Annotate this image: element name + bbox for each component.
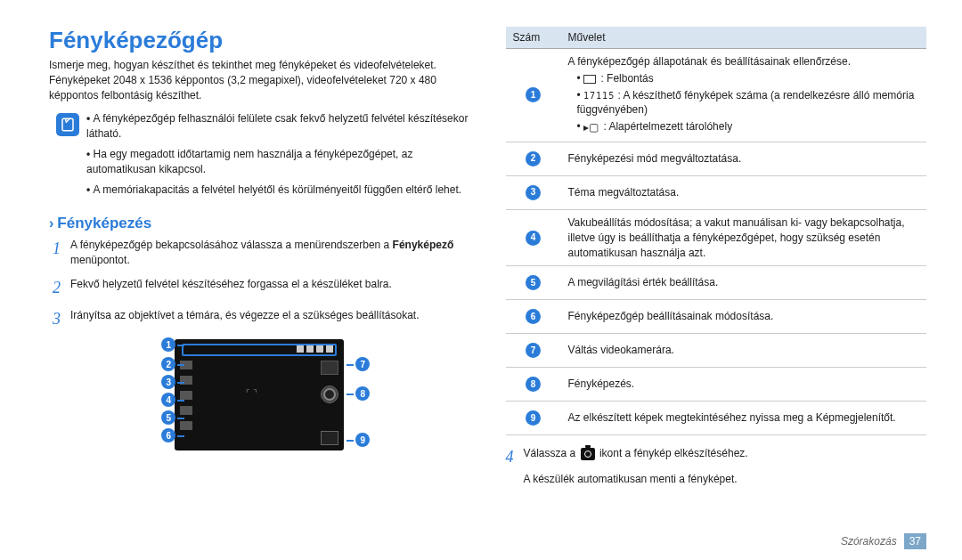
row-badge-8: 8 [526, 377, 541, 392]
op-1-count: 17115 : A készíthető fényképek száma (a … [577, 88, 920, 118]
th-number: Szám [506, 27, 561, 49]
chevron-icon: › [49, 215, 53, 231]
camera-screen: ⌜ ⌝ [175, 339, 344, 450]
th-operation: Művelet [561, 27, 927, 49]
focus-bracket-icon: ⌜ ⌝ [246, 388, 273, 404]
step-1: A fényképezőgép bekapcsolásához válassza… [53, 238, 470, 268]
op-1-resolution: : Felbontás [577, 71, 920, 86]
callout-2: 2 [161, 357, 175, 371]
op-3: Téma megváltoztatása. [561, 175, 927, 209]
row-badge-5: 5 [526, 275, 541, 290]
callout-5: 5 [161, 410, 175, 425]
photo-count: 17115 [583, 91, 615, 101]
callout-9: 9 [355, 433, 370, 447]
storage-icon: ▸▢ [583, 124, 599, 132]
footer: Szórakozás 37 [841, 533, 926, 549]
note-item: A memóriakapacitás a felvétel helyétől é… [86, 183, 470, 198]
step-2: Fekvő helyzetű felvétel készítéséhez for… [53, 277, 470, 299]
row-badge-6: 6 [526, 309, 541, 324]
row-badge-7: 7 [526, 343, 541, 358]
footer-section: Szórakozás [841, 535, 897, 548]
step-4-note: A készülék automatikusan menti a fénykép… [524, 473, 927, 485]
status-icons [297, 345, 333, 353]
op-7: Váltás videokamerára. [561, 334, 927, 368]
camera-icon [581, 448, 595, 460]
shutter-button-icon [321, 386, 338, 403]
video-switch-icon [321, 361, 338, 375]
row-badge-1: 1 [526, 87, 541, 102]
op-6: Fényképezőgép beállításainak módosítása. [561, 300, 927, 334]
section-heading: ›Fényképezés [49, 215, 470, 232]
row-badge-2: 2 [526, 151, 541, 166]
camera-diagram: ⌜ ⌝ 1 2 3 4 5 6 7 8 9 [135, 339, 384, 450]
callout-3: 3 [161, 375, 175, 389]
row-badge-9: 9 [526, 410, 541, 426]
op-1-storage: ▸▢ : Alapértelmezett tárolóhely [577, 119, 920, 134]
note-item: A fényképezőgép felhasználói felülete cs… [86, 111, 470, 142]
callout-7: 7 [355, 357, 370, 371]
op-4: Vakubeállítás módosítása; a vakut manuál… [561, 209, 927, 265]
op-9: Az elkészített képek megtekintéséhez nyi… [561, 402, 927, 435]
step-4: 4 Válassza a ikont a fénykép elkészítésé… [506, 446, 927, 468]
intro-text: Ismerje meg, hogyan készíthet és tekinth… [49, 58, 470, 102]
op-5: A megvilágítási érték beállítása. [561, 266, 927, 300]
thumbnail-icon [321, 431, 338, 445]
left-mode-icons [180, 361, 192, 430]
note-icon [56, 113, 79, 136]
op-1-main: A fényképezőgép állapotának és beállítás… [568, 54, 920, 69]
page-title: Fényképezőgép [49, 27, 470, 54]
callout-8: 8 [355, 386, 370, 401]
step-3: Irányítsa az objektívet a témára, és vég… [53, 308, 470, 330]
callout-6: 6 [161, 428, 175, 442]
op-8: Fényképezés. [561, 368, 927, 402]
callout-1: 1 [161, 337, 175, 352]
operations-table: Szám Művelet 1 A fényképezőgép állapotán… [506, 27, 927, 435]
row-badge-4: 4 [526, 231, 541, 246]
op-2: Fényképezési mód megváltoztatása. [561, 142, 927, 175]
note-box: A fényképezőgép felhasználói felülete cs… [49, 111, 470, 202]
note-item: Ha egy megadott időtartamig nem használj… [86, 147, 470, 177]
callout-4: 4 [161, 393, 175, 407]
row-badge-3: 3 [526, 185, 541, 200]
page-number: 37 [904, 533, 926, 549]
resolution-icon [583, 75, 596, 84]
